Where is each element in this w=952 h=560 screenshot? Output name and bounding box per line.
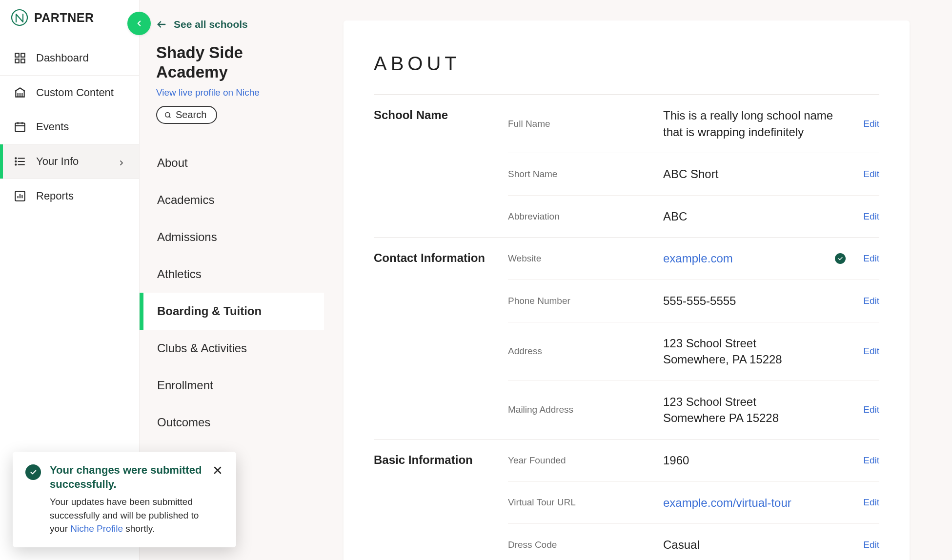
school-name-heading: Shady Side Academy — [140, 39, 324, 82]
toast-body: Your changes were submitted successfully… — [50, 463, 203, 536]
search-input[interactable]: Search — [156, 106, 217, 124]
bar-chart-icon — [14, 190, 26, 202]
row-virtual-tour-url: Virtual Tour URL example.com/virtual-tou… — [508, 482, 879, 524]
field-label: Phone Number — [508, 296, 654, 306]
svg-point-8 — [15, 164, 16, 165]
verified-badge-icon — [835, 253, 846, 264]
field-label: Mailing Address — [508, 404, 654, 415]
search-placeholder: Search — [176, 109, 206, 120]
chevron-left-icon — [135, 19, 143, 28]
arrow-left-icon — [156, 19, 167, 30]
brand-row: PARTNER — [0, 0, 139, 41]
svg-point-7 — [15, 161, 16, 162]
field-value: Casual — [663, 537, 850, 553]
chevron-right-icon — [118, 158, 125, 165]
row-mailing-address: Mailing Address 123 School Street Somewh… — [508, 381, 879, 439]
section-heading: Contact Information — [374, 238, 508, 439]
subnav-item-academics[interactable]: Academics — [140, 181, 324, 219]
nav-item-custom-content[interactable]: Custom Content — [0, 76, 139, 110]
checkmark-circle-icon — [25, 464, 41, 480]
field-value-link[interactable]: example.com/virtual-tour — [663, 495, 850, 511]
field-label: Address — [508, 346, 654, 357]
field-value: ABC — [663, 208, 850, 225]
nav-label: Custom Content — [36, 86, 125, 99]
view-live-profile-link[interactable]: View live profile on Niche — [140, 82, 324, 100]
edit-button[interactable]: Edit — [858, 497, 879, 508]
edit-button[interactable]: Edit — [858, 296, 879, 306]
subnav: About Academics Admissions Athletics Boa… — [140, 144, 324, 441]
nav-item-dashboard[interactable]: Dashboard — [0, 41, 139, 75]
section-basic-information: Basic Information Year Founded 1960 Edit… — [374, 440, 879, 560]
subnav-item-about[interactable]: About — [140, 144, 324, 181]
toast-text: Your updates have been submitted success… — [50, 495, 203, 536]
row-full-name: Full Name This is a really long school n… — [508, 95, 879, 153]
field-label: Virtual Tour URL — [508, 497, 654, 508]
field-value: 123 School Street Somewhere, PA 15228 — [663, 335, 850, 368]
section-school-name: School Name Full Name This is a really l… — [374, 95, 879, 238]
field-value: 123 School Street Somewhere PA 15228 — [663, 394, 850, 426]
field-value: 1960 — [663, 452, 850, 469]
row-short-name: Short Name ABC Short Edit — [508, 153, 879, 196]
row-phone: Phone Number 555-555-5555 Edit — [508, 280, 879, 322]
subnav-item-clubs-activities[interactable]: Clubs & Activities — [140, 330, 324, 367]
section-contact-information: Contact Information Website example.com … — [374, 238, 879, 440]
brand-text: PARTNER — [34, 11, 94, 25]
toast-close-button[interactable] — [212, 464, 223, 476]
institution-icon — [14, 86, 26, 99]
field-value: ABC Short — [663, 166, 850, 182]
field-label: Full Name — [508, 119, 654, 129]
svg-rect-2 — [21, 53, 25, 57]
edit-button[interactable]: Edit — [858, 211, 879, 222]
card-title: ABOUT — [374, 53, 879, 95]
subnav-item-admissions[interactable]: Admissions — [140, 219, 324, 256]
edit-button[interactable]: Edit — [858, 253, 879, 264]
svg-point-10 — [165, 112, 170, 117]
calendar-icon — [14, 120, 26, 133]
field-label: Year Founded — [508, 455, 654, 466]
niche-profile-link[interactable]: Niche Profile — [70, 523, 123, 534]
svg-rect-3 — [15, 59, 19, 63]
svg-rect-5 — [15, 123, 25, 131]
collapse-sidebar-button[interactable] — [127, 12, 151, 35]
back-link-label: See all schools — [174, 19, 248, 30]
field-value-link[interactable]: example.com — [663, 250, 826, 267]
row-year-founded: Year Founded 1960 Edit — [508, 440, 879, 482]
subnav-item-enrollment[interactable]: Enrollment — [140, 367, 324, 404]
field-value: This is a really long school name that i… — [663, 107, 850, 140]
search-icon — [164, 111, 172, 119]
edit-button[interactable]: Edit — [858, 119, 879, 129]
edit-button[interactable]: Edit — [858, 540, 879, 550]
subnav-item-athletics[interactable]: Athletics — [140, 256, 324, 293]
edit-button[interactable]: Edit — [858, 169, 879, 180]
nav-item-reports[interactable]: Reports — [0, 179, 139, 213]
nav-label: Reports — [36, 190, 125, 202]
list-icon — [14, 155, 26, 168]
subnav-item-outcomes[interactable]: Outcomes — [140, 404, 324, 441]
section-heading: School Name — [374, 95, 508, 237]
nav-label: Events — [36, 120, 125, 133]
nav-label: Your Info — [36, 155, 108, 168]
svg-rect-4 — [21, 59, 25, 63]
edit-button[interactable]: Edit — [858, 346, 879, 357]
row-abbreviation: Abbreviation ABC Edit — [508, 196, 879, 238]
svg-point-6 — [15, 158, 16, 159]
edit-button[interactable]: Edit — [858, 455, 879, 466]
nav-item-your-info[interactable]: Your Info — [0, 144, 139, 179]
field-label: Short Name — [508, 169, 654, 180]
nav-label: Dashboard — [36, 52, 125, 64]
field-value: 555-555-5555 — [663, 293, 850, 309]
row-address: Address 123 School Street Somewhere, PA … — [508, 322, 879, 381]
dashboard-icon — [14, 52, 26, 64]
section-heading: Basic Information — [374, 440, 508, 560]
row-dress-code: Dress Code Casual Edit — [508, 524, 879, 560]
row-website: Website example.com Edit — [508, 238, 879, 280]
field-label: Dress Code — [508, 540, 654, 550]
edit-button[interactable]: Edit — [858, 404, 879, 415]
subnav-item-boarding-tuition[interactable]: Boarding & Tuition — [140, 293, 324, 330]
back-to-all-schools-link[interactable]: See all schools — [140, 5, 324, 39]
field-label: Abbreviation — [508, 211, 654, 222]
about-card: ABOUT School Name Full Name This is a re… — [344, 20, 910, 560]
toast-title: Your changes were submitted successfully… — [50, 463, 203, 491]
field-label: Website — [508, 253, 654, 264]
nav-item-events[interactable]: Events — [0, 110, 139, 144]
